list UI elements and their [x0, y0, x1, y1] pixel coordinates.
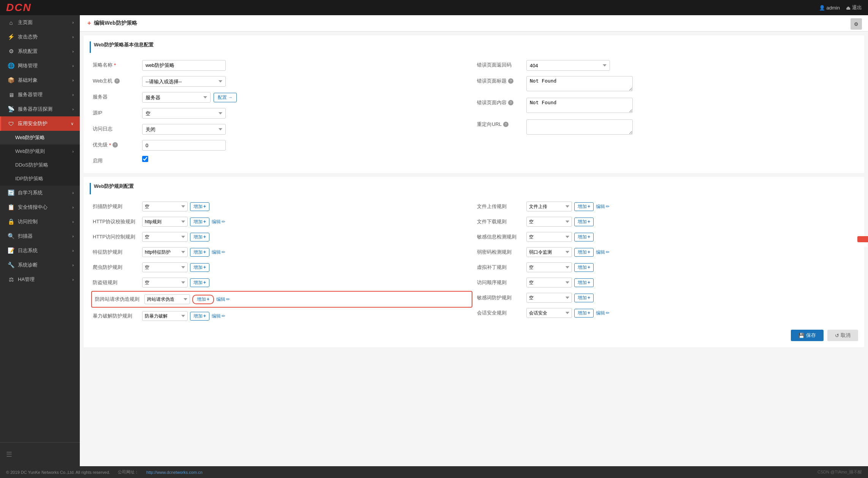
redirect-url-textarea[interactable] [526, 119, 633, 135]
rule-add-hotlink[interactable]: 增加 + [190, 278, 209, 287]
rule-add-upload[interactable]: 增加 + [574, 202, 594, 211]
sidebar-sub-item-idp-policy[interactable]: IDP防护策略 [0, 172, 80, 186]
website-link[interactable]: http://www.dcnetworks.com.cn [146, 470, 203, 475]
settings-button[interactable]: ⚙ [851, 18, 862, 30]
rule-select-keyword[interactable]: 空 [526, 293, 572, 303]
sidebar-item-baseobj[interactable]: 📦 基础对象 › [0, 73, 80, 87]
rule-select-feature[interactable]: http特征防护 [142, 247, 188, 257]
rule-add-vpatch[interactable]: 增加 + [574, 263, 594, 272]
sidebar-item-servermgr[interactable]: 🖥 服务器管理 › [0, 87, 80, 102]
sidebar-sub-item-ddos-policy[interactable]: DDoS防护策略 [0, 158, 80, 172]
server-select[interactable]: 服务器 [142, 92, 211, 103]
sidebar-item-scanner[interactable]: 🔍 扫描器 › [0, 229, 80, 243]
selflearn-icon: 🔄 [7, 189, 15, 196]
logout-button[interactable]: ⏏ 退出 [846, 4, 862, 11]
priority-help-icon[interactable]: ? [112, 142, 118, 148]
sidebar-item-logsys[interactable]: 📝 日志系统 › [0, 243, 80, 258]
rule-add-brute[interactable]: 增加 + [190, 312, 209, 321]
src-ip-select[interactable]: 空 [142, 108, 226, 119]
rule-select-brute[interactable]: 防暴力破解 [142, 311, 188, 321]
rule-add-download[interactable]: 增加 + [574, 218, 594, 226]
rule-add-http-access[interactable]: 增加 + [190, 233, 209, 241]
error-content-control: Not Found [526, 98, 855, 114]
rule-select-csrf[interactable]: 跨站请求伪造 [144, 294, 190, 304]
error-code-select[interactable]: 404 [526, 60, 610, 71]
rule-select-hotlink[interactable]: 空 [142, 278, 188, 287]
rule-select-download[interactable]: 空 [526, 217, 572, 227]
rule-add-session[interactable]: 增加 + [574, 309, 594, 318]
rule-select-vpatch[interactable]: 空 [526, 262, 572, 272]
rule-edit-feature[interactable]: 编辑 ✏ [212, 249, 225, 256]
access-log-select[interactable]: 关闭 [142, 124, 226, 135]
basic-right-col: 错误页面返回码 404 错误页面标题 ? [474, 57, 858, 167]
error-title-textarea[interactable]: Not Found [526, 76, 633, 91]
rule-add-feature[interactable]: 增加 + [190, 248, 209, 257]
footer: © 2019 DC YunKe Networks Co.,Ltd. All ri… [0, 466, 868, 478]
sidebar-item-access[interactable]: 🔒 访问控制 › [0, 214, 80, 229]
rule-edit-csrf[interactable]: 编辑 ✏ [216, 296, 230, 303]
rule-add-crawler[interactable]: 增加 + [190, 263, 209, 272]
rule-row-http-access: HTTP访问控制规则 空 增加 + [90, 229, 474, 245]
error-content-help-icon[interactable]: ? [508, 100, 513, 105]
rule-add-sensitive[interactable]: 增加 + [574, 233, 594, 241]
sidebar-item-secinfo[interactable]: 📋 安全情报中心 › [0, 200, 80, 214]
rule-add-access-order[interactable]: 增加 + [574, 278, 594, 287]
plus-icon: + [588, 249, 590, 255]
rule-select-sensitive[interactable]: 空 [526, 232, 572, 242]
policy-name-input[interactable] [142, 60, 226, 71]
sidebar-sub-item-web-rules[interactable]: Web防护规则 › [0, 145, 80, 158]
sidebar-sub-appsec: Web防护策略 Web防护规则 › DDoS防护策略 IDP防护策略 [0, 131, 80, 186]
rule-select-session[interactable]: 会话安全 [526, 308, 572, 318]
rule-select-http-access[interactable]: 空 [142, 232, 188, 242]
sidebar-item-netmgr[interactable]: 🌐 网络管理 › [0, 59, 80, 73]
rule-select-scan[interactable]: 空 [142, 202, 188, 211]
rule-edit-brute[interactable]: 编辑 ✏ [212, 313, 225, 319]
sidebar: ⌂ 主页面 › ⚡ 攻击态势 › ⚙ 系统配置 › 🌐 网络管理 › 📦 基础对… [0, 15, 80, 466]
rule-add-keyword[interactable]: 增加 + [574, 294, 594, 302]
server-label: 服务器 [93, 92, 142, 100]
config-button[interactable]: 配置 → [214, 93, 237, 102]
sidebar-toggle[interactable]: ☰ [0, 446, 80, 462]
rule-select-http-validate[interactable]: http规则 [142, 217, 188, 227]
cancel-button[interactable]: ↺ 取消 [827, 330, 858, 341]
feedback-button[interactable]: 意见反馈 [857, 236, 868, 242]
rule-select-access-order[interactable]: 空 [526, 278, 572, 287]
rule-edit-upload[interactable]: 编辑 ✏ [596, 203, 610, 210]
enable-control [142, 156, 471, 163]
rule-edit-weakpwd[interactable]: 编辑 ✏ [596, 249, 610, 256]
web-host-select[interactable]: --请输入或选择-- [142, 76, 226, 87]
arrow-icon: ∨ [71, 121, 74, 126]
error-content-textarea[interactable]: Not Found [526, 98, 633, 113]
redirect-url-help-icon[interactable]: ? [503, 122, 508, 127]
error-title-help-icon[interactable]: ? [508, 78, 513, 84]
rule-label-upload: 文件上传规则 [477, 203, 526, 210]
sidebar-item-hamgr[interactable]: ⚖ HA管理 › [0, 272, 80, 287]
error-code-control: 404 [526, 60, 855, 71]
rule-add-scan[interactable]: 增加 + [190, 202, 209, 211]
arrow-icon: › [72, 205, 74, 210]
web-host-help-icon[interactable]: ? [114, 78, 120, 84]
rule-edit-session[interactable]: 编辑 ✏ [596, 310, 610, 316]
save-button[interactable]: 💾 保存 [791, 330, 824, 341]
sidebar-item-selflearn[interactable]: 🔄 自学习系统 › [0, 186, 80, 200]
sidebar-item-home[interactable]: ⌂ 主页面 › [0, 15, 80, 30]
pencil-icon: ✏ [222, 313, 225, 319]
sidebar-item-sysdiag[interactable]: 🔧 系统诊断 › [0, 258, 80, 272]
arrow-icon: › [72, 149, 74, 154]
rule-select-weakpwd[interactable]: 弱口令监测 [526, 247, 572, 257]
sidebar-item-servermon[interactable]: 📡 服务器存活探测 › [0, 102, 80, 116]
rule-add-weakpwd[interactable]: 增加 + [574, 248, 594, 257]
enable-checkbox[interactable] [142, 156, 148, 162]
rule-add-http-validate[interactable]: 增加 + [190, 218, 209, 226]
rule-add-csrf[interactable]: 增加 + [192, 295, 214, 304]
sidebar-sub-item-web-policy[interactable]: Web防护策略 [0, 131, 80, 145]
rule-select-crawler[interactable]: 空 [142, 262, 188, 272]
sidebar-item-syscfg[interactable]: ⚙ 系统配置 › [0, 44, 80, 59]
rule-select-upload[interactable]: 文件上传 [526, 202, 572, 211]
sidebar-item-appsec[interactable]: 🛡 应用安全防护 ∨ [0, 116, 80, 131]
rule-label-vpatch: 虚拟补丁规则 [477, 264, 526, 271]
sidebar-item-attack[interactable]: ⚡ 攻击态势 › [0, 30, 80, 44]
rule-edit-http-validate[interactable]: 编辑 ✏ [212, 219, 225, 225]
priority-input[interactable] [142, 140, 226, 151]
plus-icon: + [588, 280, 590, 285]
